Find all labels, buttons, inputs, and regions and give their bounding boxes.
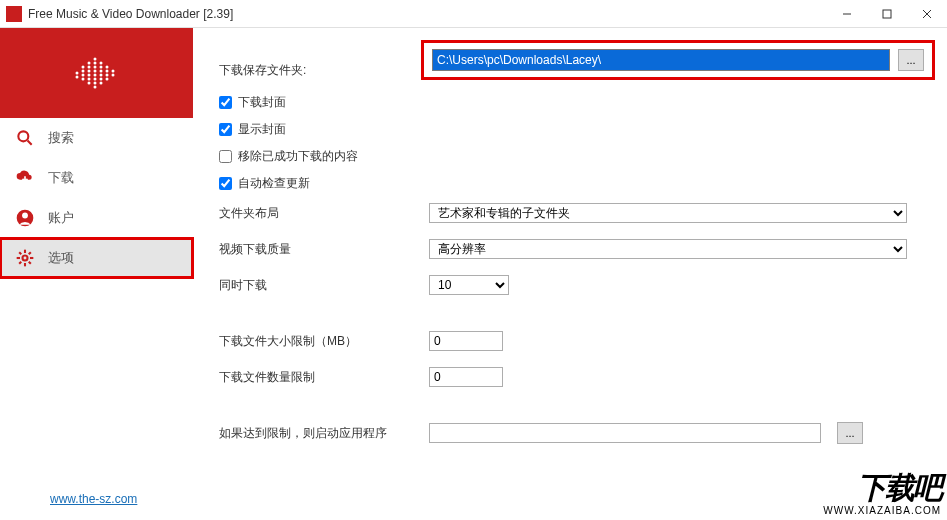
show-cover-label: 显示封面 bbox=[238, 121, 286, 138]
sidebar-item-label: 选项 bbox=[48, 249, 74, 267]
browse-path-button[interactable]: ... bbox=[898, 49, 924, 71]
svg-line-47 bbox=[19, 262, 21, 264]
folder-layout-label: 文件夹布局 bbox=[219, 205, 429, 222]
minimize-button[interactable] bbox=[827, 0, 867, 28]
svg-point-7 bbox=[81, 70, 84, 73]
svg-point-35 bbox=[111, 74, 114, 77]
svg-point-28 bbox=[99, 78, 102, 81]
path-label: 下载保存文件夹: bbox=[219, 62, 429, 79]
app-icon bbox=[6, 6, 22, 22]
settings-panel: 下载保存文件夹: ... 下载封面 显示封面 移除已成功下载的内容 bbox=[193, 28, 947, 520]
svg-line-37 bbox=[28, 141, 32, 145]
svg-point-32 bbox=[105, 74, 108, 77]
svg-point-12 bbox=[87, 70, 90, 73]
svg-point-22 bbox=[93, 82, 96, 85]
gear-icon bbox=[14, 247, 36, 269]
video-quality-label: 视频下载质量 bbox=[219, 241, 429, 258]
website-link[interactable]: www.the-sz.com bbox=[50, 492, 137, 506]
svg-point-13 bbox=[87, 74, 90, 77]
remove-success-checkbox[interactable] bbox=[219, 150, 232, 163]
svg-point-25 bbox=[99, 66, 102, 69]
auto-update-checkbox[interactable] bbox=[219, 177, 232, 190]
count-limit-input[interactable] bbox=[429, 367, 503, 387]
concurrent-select[interactable]: 10 bbox=[429, 275, 509, 295]
sidebar-item-account[interactable]: 账户 bbox=[0, 198, 193, 238]
svg-point-24 bbox=[99, 62, 102, 65]
on-limit-label: 如果达到限制，则启动应用程序 bbox=[219, 425, 429, 442]
path-highlight-box: ... bbox=[421, 40, 935, 80]
sidebar-item-label: 账户 bbox=[48, 209, 74, 227]
app-logo-icon bbox=[67, 53, 127, 93]
svg-point-8 bbox=[81, 74, 84, 77]
maximize-button[interactable] bbox=[867, 0, 907, 28]
download-cover-checkbox[interactable] bbox=[219, 96, 232, 109]
svg-point-20 bbox=[93, 74, 96, 77]
svg-point-15 bbox=[87, 82, 90, 85]
maximize-icon bbox=[882, 9, 892, 19]
svg-point-26 bbox=[99, 70, 102, 73]
checkbox-row: 自动检查更新 bbox=[219, 175, 927, 192]
cloud-download-icon bbox=[14, 167, 36, 189]
on-limit-browse-button[interactable]: ... bbox=[837, 422, 863, 444]
watermark: 下载吧 WWW.XIAZAIBA.COM bbox=[823, 468, 941, 516]
svg-point-19 bbox=[93, 70, 96, 73]
svg-point-23 bbox=[93, 86, 96, 89]
svg-point-14 bbox=[87, 78, 90, 81]
auto-update-label: 自动检查更新 bbox=[238, 175, 310, 192]
search-icon bbox=[14, 127, 36, 149]
window-title: Free Music & Video Downloader [2.39] bbox=[28, 7, 827, 21]
svg-point-29 bbox=[99, 82, 102, 85]
close-button[interactable] bbox=[907, 0, 947, 28]
folder-layout-select[interactable]: 艺术家和专辑的子文件夹 bbox=[429, 203, 907, 223]
sidebar-item-download[interactable]: 下载 bbox=[0, 158, 193, 198]
download-cover-label: 下载封面 bbox=[238, 94, 286, 111]
svg-point-36 bbox=[18, 131, 28, 141]
titlebar: Free Music & Video Downloader [2.39] bbox=[0, 0, 947, 28]
video-quality-select[interactable]: 高分辨率 bbox=[429, 239, 907, 259]
svg-point-18 bbox=[93, 66, 96, 69]
svg-rect-1 bbox=[883, 10, 891, 18]
remove-success-label: 移除已成功下载的内容 bbox=[238, 148, 358, 165]
watermark-text: 下载吧 bbox=[857, 468, 941, 509]
sidebar-item-options[interactable]: 选项 bbox=[0, 238, 193, 278]
user-icon bbox=[14, 207, 36, 229]
logo-area bbox=[0, 28, 193, 118]
close-icon bbox=[922, 9, 932, 19]
checkbox-row: 显示封面 bbox=[219, 121, 927, 138]
show-cover-checkbox[interactable] bbox=[219, 123, 232, 136]
on-limit-app-input[interactable] bbox=[429, 423, 821, 443]
svg-point-27 bbox=[99, 74, 102, 77]
watermark-url: WWW.XIAZAIBA.COM bbox=[823, 505, 941, 516]
svg-point-31 bbox=[105, 70, 108, 73]
svg-point-16 bbox=[93, 58, 96, 61]
svg-point-5 bbox=[75, 76, 78, 79]
svg-point-11 bbox=[87, 66, 90, 69]
size-limit-input[interactable] bbox=[429, 331, 503, 351]
svg-line-48 bbox=[29, 252, 31, 254]
svg-point-17 bbox=[93, 62, 96, 65]
count-limit-label: 下载文件数量限制 bbox=[219, 369, 429, 386]
svg-point-9 bbox=[81, 78, 84, 81]
minimize-icon bbox=[842, 9, 852, 19]
sidebar-item-label: 下载 bbox=[48, 169, 74, 187]
svg-point-10 bbox=[87, 62, 90, 65]
svg-point-6 bbox=[81, 66, 84, 69]
svg-point-30 bbox=[105, 66, 108, 69]
svg-line-45 bbox=[19, 252, 21, 254]
checkbox-row: 移除已成功下载的内容 bbox=[219, 148, 927, 165]
size-limit-label: 下载文件大小限制（MB） bbox=[219, 333, 429, 350]
svg-point-34 bbox=[111, 70, 114, 73]
footer-link-wrap: www.the-sz.com bbox=[0, 478, 193, 520]
svg-line-46 bbox=[29, 262, 31, 264]
sidebar-item-search[interactable]: 搜索 bbox=[0, 118, 193, 158]
svg-point-21 bbox=[93, 78, 96, 81]
svg-point-39 bbox=[22, 213, 28, 219]
sidebar-item-label: 搜索 bbox=[48, 129, 74, 147]
sidebar: 搜索 下载 账户 选项 www.the-sz.com bbox=[0, 28, 193, 520]
concurrent-label: 同时下载 bbox=[219, 277, 429, 294]
checkbox-row: 下载封面 bbox=[219, 94, 927, 111]
svg-point-40 bbox=[23, 256, 28, 261]
download-path-input[interactable] bbox=[432, 49, 890, 71]
svg-point-33 bbox=[105, 78, 108, 81]
svg-point-4 bbox=[75, 72, 78, 75]
